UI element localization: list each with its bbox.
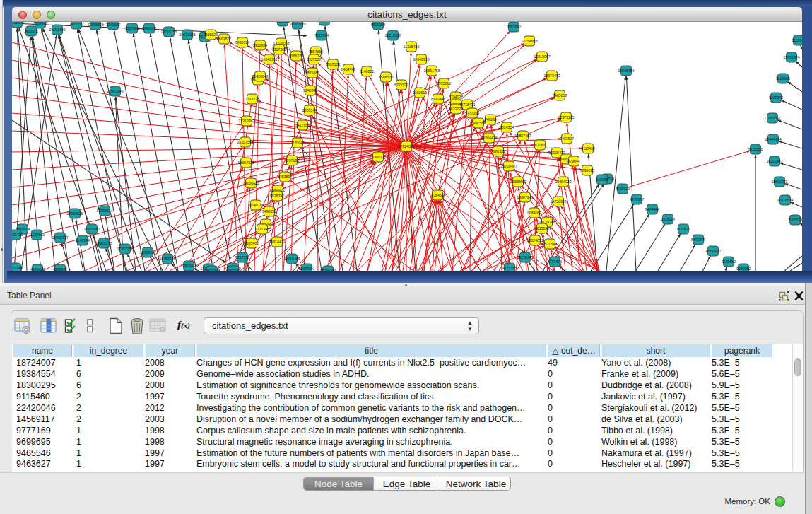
svg-text:19166825: 19166825: [242, 181, 259, 185]
svg-text:11156619: 11156619: [29, 233, 45, 237]
svg-text:164095: 164095: [596, 177, 608, 182]
svg-text:1419610: 1419610: [69, 22, 83, 26]
svg-text:10671355: 10671355: [179, 33, 195, 37]
svg-text:1362615: 1362615: [413, 90, 427, 95]
svg-text:9327508: 9327508: [307, 57, 321, 62]
svg-text:7632621: 7632621: [676, 227, 690, 231]
svg-text:9463627: 9463627: [560, 136, 574, 141]
svg-text:8878392: 8878392: [270, 194, 284, 198]
svg-text:8938923: 8938923: [616, 187, 630, 191]
svg-text:15692971: 15692971: [771, 180, 787, 184]
svg-text:1277345: 1277345: [255, 227, 269, 231]
svg-text:9115460: 9115460: [581, 146, 595, 151]
svg-text:42868828: 42868828: [87, 23, 103, 27]
svg-text:7625402: 7625402: [245, 241, 259, 245]
svg-text:2803144: 2803144: [302, 108, 317, 112]
svg-text:2367608: 2367608: [326, 62, 340, 66]
svg-text:2069140: 2069140: [33, 22, 47, 25]
svg-text:10107552: 10107552: [237, 140, 253, 144]
svg-text:4612365: 4612365: [502, 266, 517, 270]
svg-text:2170045: 2170045: [290, 141, 305, 145]
svg-text:2571945: 2571945: [12, 266, 23, 270]
svg-text:5912954: 5912954: [253, 43, 267, 47]
svg-text:20691406: 20691406: [49, 28, 65, 32]
svg-text:16210643: 16210643: [766, 159, 782, 163]
svg-text:10688609: 10688609: [510, 180, 526, 184]
svg-text:9857791: 9857791: [235, 255, 249, 259]
svg-text:12923466: 12923466: [180, 264, 196, 268]
svg-text:12942737: 12942737: [52, 235, 68, 240]
svg-text:12905135: 12905135: [95, 241, 112, 245]
svg-text:679844: 679844: [567, 159, 579, 163]
svg-text:9245652: 9245652: [722, 259, 736, 264]
svg-text:19756928: 19756928: [550, 199, 566, 204]
svg-text:1405572: 1405572: [12, 22, 24, 25]
svg-text:18807249: 18807249: [517, 195, 533, 199]
svg-text:16046786: 16046786: [247, 203, 264, 207]
svg-text:9129966: 9129966: [776, 76, 790, 81]
svg-text:19654925: 19654925: [237, 160, 254, 165]
svg-text:17359924: 17359924: [96, 209, 112, 213]
svg-text:9777169: 9777169: [465, 111, 479, 115]
svg-text:746266: 746266: [484, 117, 496, 122]
svg-text:25300235: 25300235: [370, 155, 386, 159]
svg-text:10807487: 10807487: [514, 134, 531, 138]
svg-text:11325419: 11325419: [404, 45, 420, 49]
svg-text:2522544: 2522544: [543, 242, 557, 246]
svg-text:7663822: 7663822: [217, 37, 231, 41]
svg-text:20364436: 20364436: [481, 136, 497, 140]
svg-text:16154838: 16154838: [521, 39, 537, 43]
svg-text:2935114: 2935114: [661, 217, 675, 221]
svg-text:10719155: 10719155: [160, 30, 177, 34]
svg-text:1405572: 1405572: [24, 29, 38, 33]
svg-text:9327509: 9327509: [272, 47, 286, 52]
svg-text:19654923: 19654923: [555, 180, 571, 184]
svg-text:8813054: 8813054: [371, 23, 385, 27]
svg-text:3624554: 3624554: [500, 125, 514, 129]
svg-text:6322037: 6322037: [394, 83, 408, 87]
svg-text:7986322: 7986322: [491, 149, 505, 153]
svg-text:7955812: 7955812: [437, 81, 451, 86]
svg-text:1554666: 1554666: [309, 49, 323, 54]
svg-text:9227342: 9227342: [769, 95, 783, 100]
svg-text:15716485: 15716485: [283, 257, 300, 261]
svg-text:18524851: 18524851: [526, 238, 543, 243]
svg-text:8186328: 8186328: [289, 54, 303, 58]
svg-text:18724007: 18724007: [398, 144, 414, 148]
svg-text:17957255: 17957255: [117, 247, 133, 251]
svg-text:8990448: 8990448: [431, 97, 445, 101]
svg-text:20053346: 20053346: [107, 89, 123, 93]
svg-text:8215955: 8215955: [748, 147, 763, 151]
svg-text:7515526: 7515526: [204, 33, 218, 37]
svg-text:6466160: 6466160: [142, 26, 156, 30]
svg-text:7663822: 7663822: [276, 22, 290, 23]
svg-text:1145194: 1145194: [76, 238, 90, 243]
svg-text:16782759: 16782759: [159, 257, 175, 261]
svg-text:1621022: 1621022: [449, 107, 463, 111]
svg-text:3267130: 3267130: [285, 158, 299, 163]
svg-text:7357224: 7357224: [314, 33, 329, 37]
svg-text:20206525: 20206525: [66, 211, 83, 216]
svg-text:2087682: 2087682: [507, 25, 521, 29]
svg-text:12213967: 12213967: [534, 54, 550, 59]
svg-text:62160: 62160: [535, 143, 546, 147]
svg-text:15136141: 15136141: [517, 255, 533, 259]
svg-text:6794028: 6794028: [449, 95, 463, 99]
svg-text:3915426: 3915426: [12, 233, 23, 237]
svg-text:1527602: 1527602: [125, 26, 139, 30]
svg-text:1733426: 1733426: [548, 259, 562, 264]
svg-text:10975887: 10975887: [83, 227, 100, 231]
svg-text:16914479: 16914479: [269, 240, 285, 244]
svg-text:2718176: 2718176: [245, 97, 259, 101]
svg-text:15720407: 15720407: [500, 164, 517, 168]
svg-text:16961758: 16961758: [423, 69, 440, 73]
svg-text:10654112: 10654112: [705, 249, 722, 253]
svg-text:10958107: 10958107: [139, 250, 155, 255]
svg-text:8427552: 8427552: [295, 123, 310, 127]
svg-text:17016504: 17016504: [777, 198, 793, 202]
svg-text:15751074: 15751074: [783, 55, 799, 59]
svg-text:12213363: 12213363: [238, 119, 254, 123]
svg-text:8471676: 8471676: [691, 238, 705, 242]
svg-text:16648784: 16648784: [618, 69, 634, 73]
svg-text:19384554: 19384554: [429, 193, 445, 197]
